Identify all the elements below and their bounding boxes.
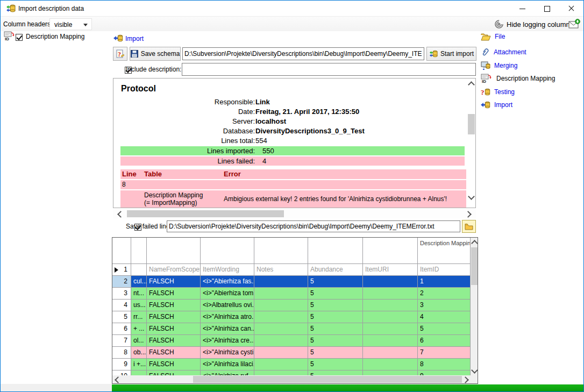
cell[interactable]: ItemWording: [201, 264, 254, 276]
cell[interactable]: <i>"Alnirhiza can...: [201, 323, 254, 335]
grid-col-header[interactable]: [308, 238, 363, 264]
grid-hscroll-thumb[interactable]: [193, 376, 462, 383]
cell[interactable]: [254, 276, 308, 288]
cell[interactable]: 3: [418, 300, 471, 311]
cell[interactable]: 6: [418, 335, 471, 347]
cell[interactable]: 4: [418, 311, 471, 323]
cell[interactable]: ItemURI: [363, 264, 418, 276]
grid-row-6[interactable]: 6 + ... FALSCH <i>"Alnirhiza can... 5 5: [112, 323, 471, 335]
cell[interactable]: [254, 359, 308, 370]
protocol-hscrollbar[interactable]: [113, 209, 476, 218]
include-description-input[interactable]: [182, 63, 476, 76]
grid-row-7[interactable]: 7 ol... FALSCH <i>"Alnirhiza cre... 5 6: [112, 335, 471, 347]
error-file-path-input[interactable]: [167, 220, 460, 232]
grid-col-header-description-mapping[interactable]: Description Mapping external_key: [418, 238, 471, 264]
cell[interactable]: <i>"Alnirhiza cre...: [201, 335, 254, 347]
grid-col-header[interactable]: [147, 238, 201, 264]
grid-col-header[interactable]: [201, 238, 254, 264]
cell[interactable]: [254, 335, 308, 347]
grid-vscrollbar[interactable]: [471, 238, 478, 375]
cell[interactable]: FALSCH: [147, 276, 201, 288]
grid-row-2[interactable]: 2 cul... FALSCH <i>"Abierhiza fas... 5 1: [112, 276, 471, 288]
cell[interactable]: <i>"Alnirhiza cysti...: [201, 347, 254, 359]
grid-col-header[interactable]: [254, 238, 308, 264]
hide-columns-icon[interactable]: [494, 19, 504, 29]
cell[interactable]: [363, 276, 418, 288]
cell[interactable]: FALSCH: [147, 347, 201, 359]
cell[interactable]: ol...: [131, 335, 147, 347]
cell[interactable]: [363, 300, 418, 311]
row-header[interactable]: 9: [112, 359, 131, 370]
browse-error-file-button[interactable]: [462, 220, 476, 233]
scroll-right-icon[interactable]: [465, 211, 472, 218]
row-header[interactable]: 1: [112, 264, 131, 276]
grid-col-header[interactable]: [131, 238, 147, 264]
cell[interactable]: FALSCH: [147, 323, 201, 335]
cell[interactable]: 5: [308, 335, 363, 347]
close-button[interactable]: [559, 1, 583, 16]
cell[interactable]: cul...: [131, 276, 147, 288]
grid-hscrollbar[interactable]: [112, 375, 471, 383]
cell[interactable]: 7: [418, 347, 471, 359]
protocol-vscrollbar[interactable]: [467, 79, 476, 208]
scroll-down-icon[interactable]: [471, 367, 478, 374]
grid-row-4[interactable]: 4 us... FALSCH <i>Albatrellus ovi... 5 3: [112, 300, 471, 311]
cell[interactable]: 5: [308, 288, 363, 300]
description-mapping-checkbox[interactable]: [16, 34, 23, 41]
import-file-path-input[interactable]: [182, 47, 424, 60]
help-button[interactable]: ?: [113, 47, 127, 61]
cell[interactable]: [254, 311, 308, 323]
cell[interactable]: Notes: [254, 264, 308, 276]
grid-row-5[interactable]: 5 rr... FALSCH <i>"Alnirhiza atro... 5 4: [112, 311, 471, 323]
cell[interactable]: [254, 323, 308, 335]
import-section-link[interactable]: Import: [125, 35, 144, 42]
row-header[interactable]: 4: [112, 300, 131, 311]
cell[interactable]: [131, 264, 147, 276]
save-schema-button[interactable]: Save schema: [130, 47, 181, 61]
row-header[interactable]: 6: [112, 323, 131, 335]
protocol-vscroll-thumb[interactable]: [468, 114, 475, 134]
row-header[interactable]: 3: [112, 288, 131, 300]
cell[interactable]: [363, 359, 418, 370]
cell[interactable]: 1: [418, 276, 471, 288]
cell[interactable]: us...: [131, 300, 147, 311]
cell[interactable]: <i>"Abierhiza fas...: [201, 276, 254, 288]
sidebar-item-attachment[interactable]: Attachment: [481, 47, 526, 57]
cell[interactable]: 5: [308, 347, 363, 359]
sidebar-item-import[interactable]: Import: [481, 100, 512, 110]
grid-row-8[interactable]: 8 ob... FALSCH <i>"Alnirhiza cysti... 5 …: [112, 347, 471, 359]
cell[interactable]: <i>Albatrellus ovi...: [201, 300, 254, 311]
mail-download-icon[interactable]: [568, 19, 580, 30]
row-header[interactable]: 8: [112, 347, 131, 359]
cell[interactable]: FALSCH: [147, 359, 201, 370]
cell[interactable]: [363, 335, 418, 347]
sidebar-item-testing[interactable]: ? Testing: [481, 87, 515, 97]
cell[interactable]: FALSCH: [147, 335, 201, 347]
cell[interactable]: FALSCH: [147, 288, 201, 300]
grid-col-header[interactable]: [363, 238, 418, 264]
scroll-down-icon[interactable]: [468, 193, 475, 200]
grid-vscroll-thumb[interactable]: [471, 247, 478, 285]
grid-row-9[interactable]: 9 i +... FALSCH <i>"Alnirhiza lilaci... …: [112, 359, 471, 370]
cell[interactable]: 8: [418, 359, 471, 370]
start-import-button[interactable]: Start import: [426, 47, 476, 61]
row-header[interactable]: 5: [112, 311, 131, 323]
cell[interactable]: <i>"Abierhiza tom...: [201, 288, 254, 300]
cell[interactable]: FALSCH: [147, 300, 201, 311]
cell[interactable]: FALSCH: [147, 311, 201, 323]
cell[interactable]: [254, 300, 308, 311]
row-header[interactable]: 2: [112, 276, 131, 288]
grid-corner-header[interactable]: [112, 238, 131, 264]
maximize-button[interactable]: [535, 1, 559, 16]
cell[interactable]: [254, 288, 308, 300]
cell[interactable]: ItemID: [418, 264, 471, 276]
cell[interactable]: [363, 323, 418, 335]
cell[interactable]: 5: [308, 323, 363, 335]
cell[interactable]: <i>"Alnirhiza atro...: [201, 311, 254, 323]
cell[interactable]: ob...: [131, 347, 147, 359]
scroll-up-icon[interactable]: [468, 81, 475, 88]
cell[interactable]: + ...: [131, 323, 147, 335]
cell[interactable]: 5: [308, 300, 363, 311]
cell[interactable]: i +...: [131, 359, 147, 370]
cell[interactable]: 5: [308, 359, 363, 370]
